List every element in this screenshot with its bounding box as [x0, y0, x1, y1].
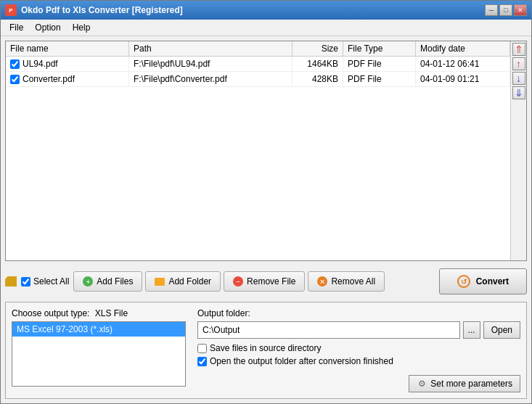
output-folder-row: ... Open: [197, 321, 520, 339]
main-window: P Okdo Pdf to Xls Converter [Registered]…: [0, 0, 532, 404]
move-down-icon: ↓: [516, 73, 521, 84]
select-all-area: Select All: [21, 276, 69, 286]
menu-option[interactable]: Option: [29, 21, 66, 34]
save-in-source-label: Save files in source directory: [210, 343, 321, 353]
file-table-container: File name Path Size File Type Modify dat…: [5, 41, 527, 261]
cell-type-1: PDF File: [343, 57, 416, 71]
open-folder-button[interactable]: Open: [483, 321, 520, 339]
toolbar-row: Select All + Add Files Add Folder − Remo…: [5, 265, 527, 297]
col-filetype: File Type: [343, 41, 416, 56]
cell-size-1: 1464KB: [292, 57, 343, 71]
browse-button[interactable]: ...: [463, 321, 480, 339]
remove-all-label: Remove All: [331, 276, 375, 286]
open-after-checkbox[interactable]: [197, 357, 207, 366]
app-icon: P: [5, 4, 17, 16]
open-after-label: Open the output folder after conversion …: [210, 356, 393, 366]
col-size: Size: [292, 41, 343, 56]
table-row: UL94.pdf F:\File\pdf\UL94.pdf 1464KB PDF…: [6, 57, 510, 72]
add-files-label: Add Files: [97, 276, 133, 286]
move-top-button[interactable]: ⇑: [512, 43, 525, 56]
convert-icon: ↺: [457, 275, 470, 288]
move-top-icon: ⇑: [515, 44, 523, 55]
table-header: File name Path Size File Type Modify dat…: [6, 41, 510, 57]
toolbar-left: Select All + Add Files Add Folder − Remo…: [5, 271, 385, 292]
table-row: Converter.pdf F:\File\pdf\Converter.pdf …: [6, 72, 510, 87]
move-down-button[interactable]: ↓: [512, 72, 525, 85]
output-type-option-xls[interactable]: MS Excel 97-2003 (*.xls): [12, 322, 185, 337]
move-up-icon: ↑: [516, 58, 521, 70]
remove-all-icon: ✕: [317, 276, 327, 286]
output-folder-section: Output folder: ... Open Save files in so…: [197, 308, 520, 392]
col-filename: File name: [6, 41, 129, 56]
remove-file-label: Remove File: [247, 276, 295, 286]
add-folder-button[interactable]: Add Folder: [145, 271, 221, 292]
move-bottom-icon: ⇓: [515, 87, 523, 99]
convert-label: Convert: [476, 276, 509, 286]
save-in-source-row: Save files in source directory: [197, 343, 520, 353]
gear-icon: ⚙: [417, 379, 427, 389]
maximize-button[interactable]: □: [499, 4, 512, 16]
menu-bar: File Option Help: [1, 20, 531, 36]
window-title: Okdo Pdf to Xls Converter [Registered]: [21, 5, 183, 15]
params-label: Set more parameters: [430, 379, 512, 389]
select-all-label: Select All: [33, 276, 69, 286]
move-up-button[interactable]: ↑: [512, 57, 525, 70]
menu-help[interactable]: Help: [67, 21, 97, 34]
side-buttons: ⇑ ↑ ↓ ⇓: [510, 41, 526, 260]
bottom-section: Choose output type: XLS File MS Excel 97…: [5, 302, 527, 399]
set-more-params-button[interactable]: ⚙ Set more parameters: [409, 375, 520, 392]
action-buttons: + Add Files Add Folder − Remove File ✕ R…: [73, 271, 385, 292]
title-bar-left: P Okdo Pdf to Xls Converter [Registered]: [5, 4, 183, 16]
add-folder-icon: [155, 278, 165, 286]
cell-path-1: F:\File\pdf\UL94.pdf: [129, 57, 292, 71]
remove-file-button[interactable]: − Remove File: [224, 271, 305, 292]
title-bar: P Okdo Pdf to Xls Converter [Registered]…: [1, 1, 531, 20]
col-path: Path: [129, 41, 292, 56]
save-in-source-checkbox[interactable]: [197, 344, 207, 353]
cell-filename-1: UL94.pdf: [6, 57, 129, 71]
folder-back-icon: [5, 276, 17, 286]
output-folder-label: Output folder:: [197, 308, 520, 318]
col-modifydate: Modify date: [416, 41, 510, 56]
move-bottom-button[interactable]: ⇓: [512, 86, 525, 99]
file-table: File name Path Size File Type Modify dat…: [6, 41, 510, 260]
cell-date-2: 04-01-09 01:21: [416, 72, 510, 86]
add-files-icon: +: [83, 276, 93, 286]
add-files-button[interactable]: + Add Files: [73, 271, 142, 292]
minimize-button[interactable]: ─: [485, 4, 498, 16]
row2-filename: Converter.pdf: [22, 74, 75, 84]
cell-date-1: 04-01-12 06:41: [416, 57, 510, 71]
remove-all-button[interactable]: ✕ Remove All: [308, 271, 385, 292]
output-type-label: Choose output type: XLS File: [12, 308, 186, 318]
add-folder-label: Add Folder: [168, 276, 211, 286]
open-after-row: Open the output folder after conversion …: [197, 356, 520, 366]
output-type-listbox[interactable]: MS Excel 97-2003 (*.xls): [12, 321, 186, 387]
output-type-section: Choose output type: XLS File MS Excel 97…: [12, 308, 186, 392]
window-controls: ─ □ ✕: [485, 4, 527, 16]
cell-size-2: 428KB: [292, 72, 343, 86]
cell-filename-2: Converter.pdf: [6, 72, 129, 86]
select-all-checkbox[interactable]: [21, 277, 30, 286]
remove-file-icon: −: [233, 276, 243, 286]
cell-path-2: F:\File\pdf\Converter.pdf: [129, 72, 292, 86]
menu-file[interactable]: File: [4, 21, 29, 34]
row1-filename: UL94.pdf: [22, 59, 58, 69]
row2-checkbox[interactable]: [10, 75, 20, 84]
row1-checkbox[interactable]: [10, 59, 20, 69]
output-folder-input[interactable]: [197, 321, 460, 339]
close-button[interactable]: ✕: [514, 4, 527, 16]
cell-type-2: PDF File: [343, 72, 416, 86]
convert-button[interactable]: ↺ Convert: [439, 268, 527, 294]
main-content: File name Path Size File Type Modify dat…: [1, 36, 531, 403]
